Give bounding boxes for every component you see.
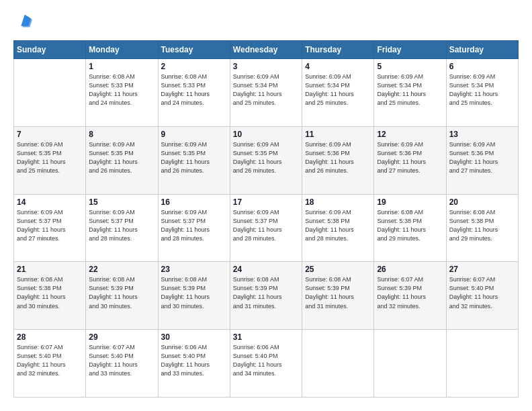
day-info: Sunrise: 6:09 AM Sunset: 5:35 PM Dayligh… bbox=[161, 140, 227, 175]
calendar-cell bbox=[14, 59, 86, 127]
day-info: Sunrise: 6:08 AM Sunset: 5:33 PM Dayligh… bbox=[161, 73, 227, 107]
day-number: 13 bbox=[449, 130, 515, 139]
day-info: Sunrise: 6:08 AM Sunset: 5:38 PM Dayligh… bbox=[377, 208, 443, 243]
calendar-cell: 26Sunrise: 6:07 AM Sunset: 5:39 PM Dayli… bbox=[374, 262, 446, 330]
calendar-cell bbox=[302, 330, 374, 398]
day-info: Sunrise: 6:06 AM Sunset: 5:40 PM Dayligh… bbox=[233, 343, 299, 378]
day-info: Sunrise: 6:08 AM Sunset: 5:39 PM Dayligh… bbox=[161, 275, 227, 310]
day-info: Sunrise: 6:06 AM Sunset: 5:40 PM Dayligh… bbox=[161, 343, 227, 378]
calendar-cell: 6Sunrise: 6:09 AM Sunset: 5:34 PM Daylig… bbox=[446, 59, 518, 127]
day-info: Sunrise: 6:09 AM Sunset: 5:34 PM Dayligh… bbox=[305, 73, 371, 107]
day-number: 18 bbox=[305, 197, 371, 207]
day-number: 2 bbox=[161, 62, 227, 71]
calendar-cell bbox=[374, 330, 446, 398]
calendar-cell: 2Sunrise: 6:08 AM Sunset: 5:33 PM Daylig… bbox=[158, 59, 230, 127]
calendar-cell: 13Sunrise: 6:09 AM Sunset: 5:36 PM Dayli… bbox=[446, 126, 518, 194]
day-number: 26 bbox=[377, 265, 443, 274]
day-info: Sunrise: 6:09 AM Sunset: 5:36 PM Dayligh… bbox=[377, 140, 443, 175]
day-info: Sunrise: 6:09 AM Sunset: 5:34 PM Dayligh… bbox=[377, 73, 443, 107]
day-number: 24 bbox=[233, 265, 299, 274]
day-info: Sunrise: 6:09 AM Sunset: 5:36 PM Dayligh… bbox=[305, 140, 371, 175]
page: Sunday Monday Tuesday Wednesday Thursday… bbox=[0, 0, 532, 411]
day-number: 6 bbox=[449, 62, 515, 71]
calendar-cell: 31Sunrise: 6:06 AM Sunset: 5:40 PM Dayli… bbox=[230, 330, 302, 398]
calendar-cell: 7Sunrise: 6:09 AM Sunset: 5:35 PM Daylig… bbox=[14, 126, 86, 194]
day-info: Sunrise: 6:08 AM Sunset: 5:39 PM Dayligh… bbox=[233, 275, 299, 310]
day-info: Sunrise: 6:09 AM Sunset: 5:38 PM Dayligh… bbox=[305, 208, 371, 243]
day-info: Sunrise: 6:09 AM Sunset: 5:37 PM Dayligh… bbox=[17, 208, 83, 243]
calendar-cell: 23Sunrise: 6:08 AM Sunset: 5:39 PM Dayli… bbox=[158, 262, 230, 330]
day-info: Sunrise: 6:09 AM Sunset: 5:34 PM Dayligh… bbox=[233, 73, 299, 107]
calendar-cell: 5Sunrise: 6:09 AM Sunset: 5:34 PM Daylig… bbox=[374, 59, 446, 127]
calendar-cell: 16Sunrise: 6:09 AM Sunset: 5:37 PM Dayli… bbox=[158, 194, 230, 262]
calendar-week-row: 14Sunrise: 6:09 AM Sunset: 5:37 PM Dayli… bbox=[14, 194, 519, 262]
day-number: 31 bbox=[233, 332, 299, 342]
day-number: 16 bbox=[161, 197, 227, 207]
calendar-cell bbox=[446, 330, 518, 398]
calendar-week-row: 1Sunrise: 6:08 AM Sunset: 5:33 PM Daylig… bbox=[14, 59, 519, 127]
calendar-cell: 10Sunrise: 6:09 AM Sunset: 5:35 PM Dayli… bbox=[230, 126, 302, 194]
day-number: 14 bbox=[17, 197, 83, 207]
day-number: 8 bbox=[89, 130, 154, 139]
day-number: 21 bbox=[17, 265, 83, 274]
logo-icon bbox=[13, 13, 32, 32]
day-number: 20 bbox=[449, 197, 515, 207]
calendar-cell: 11Sunrise: 6:09 AM Sunset: 5:36 PM Dayli… bbox=[302, 126, 374, 194]
day-number: 9 bbox=[161, 130, 227, 139]
calendar-cell: 21Sunrise: 6:08 AM Sunset: 5:38 PM Dayli… bbox=[14, 262, 86, 330]
header-tuesday: Tuesday bbox=[158, 41, 230, 59]
calendar-cell: 25Sunrise: 6:08 AM Sunset: 5:39 PM Dayli… bbox=[302, 262, 374, 330]
calendar-cell: 17Sunrise: 6:09 AM Sunset: 5:37 PM Dayli… bbox=[230, 194, 302, 262]
header-wednesday: Wednesday bbox=[230, 41, 302, 59]
calendar-week-row: 21Sunrise: 6:08 AM Sunset: 5:38 PM Dayli… bbox=[14, 262, 519, 330]
header-friday: Friday bbox=[374, 41, 446, 59]
day-number: 15 bbox=[89, 197, 154, 207]
calendar-cell: 22Sunrise: 6:08 AM Sunset: 5:39 PM Dayli… bbox=[86, 262, 158, 330]
day-info: Sunrise: 6:07 AM Sunset: 5:40 PM Dayligh… bbox=[449, 275, 515, 310]
calendar-cell: 27Sunrise: 6:07 AM Sunset: 5:40 PM Dayli… bbox=[446, 262, 518, 330]
day-info: Sunrise: 6:07 AM Sunset: 5:39 PM Dayligh… bbox=[377, 275, 443, 310]
calendar-header-row: Sunday Monday Tuesday Wednesday Thursday… bbox=[14, 41, 519, 59]
day-info: Sunrise: 6:09 AM Sunset: 5:35 PM Dayligh… bbox=[233, 140, 299, 175]
day-info: Sunrise: 6:09 AM Sunset: 5:36 PM Dayligh… bbox=[449, 140, 515, 175]
day-info: Sunrise: 6:07 AM Sunset: 5:40 PM Dayligh… bbox=[89, 343, 154, 378]
day-number: 5 bbox=[377, 62, 443, 71]
day-number: 17 bbox=[233, 197, 299, 207]
day-number: 7 bbox=[17, 130, 83, 139]
calendar-cell: 30Sunrise: 6:06 AM Sunset: 5:40 PM Dayli… bbox=[158, 330, 230, 398]
calendar-week-row: 28Sunrise: 6:07 AM Sunset: 5:40 PM Dayli… bbox=[14, 330, 519, 398]
calendar-cell: 19Sunrise: 6:08 AM Sunset: 5:38 PM Dayli… bbox=[374, 194, 446, 262]
day-info: Sunrise: 6:08 AM Sunset: 5:39 PM Dayligh… bbox=[89, 275, 154, 310]
day-number: 3 bbox=[233, 62, 299, 71]
header-sunday: Sunday bbox=[14, 41, 86, 59]
calendar-cell: 29Sunrise: 6:07 AM Sunset: 5:40 PM Dayli… bbox=[86, 330, 158, 398]
calendar-cell: 28Sunrise: 6:07 AM Sunset: 5:40 PM Dayli… bbox=[14, 330, 86, 398]
day-info: Sunrise: 6:09 AM Sunset: 5:37 PM Dayligh… bbox=[233, 208, 299, 243]
day-number: 19 bbox=[377, 197, 443, 207]
day-number: 11 bbox=[305, 130, 371, 139]
calendar-cell: 18Sunrise: 6:09 AM Sunset: 5:38 PM Dayli… bbox=[302, 194, 374, 262]
header-monday: Monday bbox=[86, 41, 158, 59]
calendar-cell: 12Sunrise: 6:09 AM Sunset: 5:36 PM Dayli… bbox=[374, 126, 446, 194]
calendar-cell: 24Sunrise: 6:08 AM Sunset: 5:39 PM Dayli… bbox=[230, 262, 302, 330]
calendar-cell: 8Sunrise: 6:09 AM Sunset: 5:35 PM Daylig… bbox=[86, 126, 158, 194]
day-number: 22 bbox=[89, 265, 154, 274]
day-info: Sunrise: 6:09 AM Sunset: 5:37 PM Dayligh… bbox=[89, 208, 154, 243]
day-number: 27 bbox=[449, 265, 515, 274]
logo bbox=[13, 13, 34, 32]
day-number: 29 bbox=[89, 332, 154, 342]
day-number: 4 bbox=[305, 62, 371, 71]
calendar-table: Sunday Monday Tuesday Wednesday Thursday… bbox=[13, 40, 519, 398]
calendar-cell: 3Sunrise: 6:09 AM Sunset: 5:34 PM Daylig… bbox=[230, 59, 302, 127]
day-number: 30 bbox=[161, 332, 227, 342]
day-info: Sunrise: 6:09 AM Sunset: 5:34 PM Dayligh… bbox=[449, 73, 515, 107]
day-info: Sunrise: 6:08 AM Sunset: 5:33 PM Dayligh… bbox=[89, 73, 154, 107]
day-info: Sunrise: 6:09 AM Sunset: 5:37 PM Dayligh… bbox=[161, 208, 227, 243]
day-info: Sunrise: 6:08 AM Sunset: 5:38 PM Dayligh… bbox=[17, 275, 83, 310]
day-number: 25 bbox=[305, 265, 371, 274]
header bbox=[13, 13, 519, 32]
day-number: 28 bbox=[17, 332, 83, 342]
calendar-cell: 9Sunrise: 6:09 AM Sunset: 5:35 PM Daylig… bbox=[158, 126, 230, 194]
day-number: 1 bbox=[89, 62, 154, 71]
day-info: Sunrise: 6:07 AM Sunset: 5:40 PM Dayligh… bbox=[17, 343, 83, 378]
